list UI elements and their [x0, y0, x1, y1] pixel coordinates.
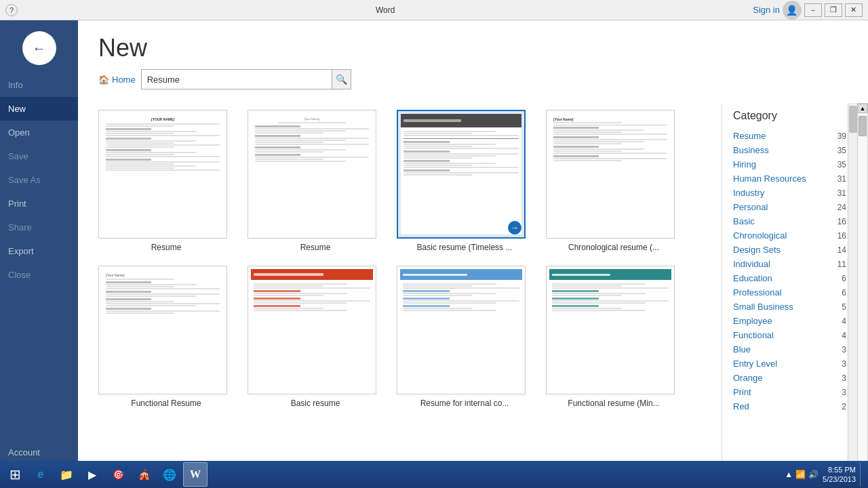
category-label: Small Business: [733, 302, 793, 312]
category-item[interactable]: Personal24: [733, 200, 846, 214]
taskbar-explorer[interactable]: 📁: [54, 462, 79, 487]
taskbar-clock[interactable]: 8:55 PM 5/23/2013: [823, 465, 856, 485]
template-item[interactable]: [YOUR NAME]: [98, 110, 234, 252]
minimize-button[interactable]: −: [804, 3, 822, 17]
category-item[interactable]: Orange3: [733, 371, 846, 385]
category-label: Employee: [733, 316, 772, 326]
category-item[interactable]: Hiring35: [733, 157, 846, 171]
template-thumbnail: [248, 266, 376, 394]
category-item[interactable]: Resume39: [733, 129, 846, 143]
template-thumbnail: [397, 266, 526, 394]
template-item[interactable]: Basic resume: [248, 266, 383, 408]
template-item[interactable]: [Your Name]: [98, 266, 234, 408]
start-button[interactable]: ⊞: [3, 462, 27, 487]
templates-area: [YOUR NAME]: [78, 103, 868, 488]
close-button[interactable]: ✕: [845, 3, 863, 17]
category-item[interactable]: Industry31: [733, 186, 846, 200]
sidebar-item-saveas[interactable]: Save As: [0, 168, 78, 192]
category-item[interactable]: Entry Level3: [733, 357, 846, 371]
system-tray-icons: ▲ 📶 🔊: [785, 470, 818, 479]
sidebar-item-close[interactable]: Close: [0, 263, 78, 287]
category-panel-title: Category: [733, 110, 846, 122]
template-name: Resume: [248, 243, 383, 252]
taskbar-app1[interactable]: 🎯: [106, 462, 130, 487]
taskbar-chrome[interactable]: 🌐: [157, 462, 182, 487]
date-display: 5/23/2013: [823, 474, 856, 484]
show-desktop-button[interactable]: [860, 462, 865, 487]
category-label: Personal: [733, 202, 768, 212]
category-count: 5: [842, 302, 846, 312]
template-name: Basic resume (Timeless ...: [397, 243, 532, 252]
restore-button[interactable]: ❐: [825, 3, 842, 17]
user-avatar[interactable]: 👤: [783, 1, 802, 20]
category-item[interactable]: Design Sets14: [733, 243, 846, 257]
category-label: Professional: [733, 287, 782, 298]
home-link[interactable]: 🏠 Home: [98, 75, 136, 85]
category-panel: Category Resume39Business35Hiring35Human…: [722, 103, 857, 488]
category-item[interactable]: Education6: [733, 271, 846, 285]
sidebar-item-share[interactable]: Share: [0, 216, 78, 239]
scrollbar-thumb[interactable]: [849, 106, 857, 133]
category-item[interactable]: Basic16: [733, 214, 846, 228]
sidebar-item-print[interactable]: Print: [0, 192, 78, 216]
scroll-up-arrow[interactable]: ▲: [858, 104, 867, 113]
category-count: 31: [837, 188, 846, 198]
scroll-thumb[interactable]: [859, 116, 867, 136]
help-button[interactable]: ?: [5, 4, 18, 16]
template-item[interactable]: Functional resume (Min...: [546, 266, 682, 408]
sidebar-item-new[interactable]: New: [0, 97, 78, 121]
category-scrollbar[interactable]: [848, 103, 857, 488]
search-button[interactable]: 🔍: [332, 70, 351, 89]
tray-expand[interactable]: ▲: [785, 470, 793, 479]
template-name: Resume for internal co...: [397, 399, 532, 408]
sidebar-item-save[interactable]: Save: [0, 144, 78, 168]
category-item[interactable]: Individual11: [733, 257, 846, 271]
home-icon: 🏠: [98, 75, 109, 85]
template-item[interactable]: [Your Name]: [248, 110, 383, 252]
sidebar-item-info[interactable]: Info: [0, 73, 78, 97]
category-item[interactable]: Professional6: [733, 285, 846, 300]
templates-scrollbar[interactable]: ▲ ▼: [857, 103, 868, 488]
category-label: Entry Level: [733, 359, 777, 369]
title-bar: ? Word Sign in 👤 − ❐ ✕: [0, 0, 868, 20]
category-label: Business: [733, 145, 769, 155]
category-item[interactable]: Red2: [733, 399, 846, 413]
sidebar-label-print: Print: [8, 199, 26, 209]
template-name: Chronological resume (...: [546, 243, 682, 252]
sidebar-label-saveas: Save As: [8, 175, 41, 185]
template-item[interactable]: [Your Name]: [546, 110, 682, 252]
category-label: Design Sets: [733, 245, 781, 255]
template-thumbnail: [Your Name]: [546, 110, 675, 239]
search-input[interactable]: [142, 70, 332, 89]
back-button[interactable]: ←: [22, 31, 56, 65]
category-item[interactable]: Employee4: [733, 314, 846, 328]
category-item[interactable]: Chronological16: [733, 228, 846, 243]
sidebar-label-share: Share: [8, 222, 32, 232]
category-label: Basic: [733, 216, 755, 226]
sidebar-item-export[interactable]: Export: [0, 239, 78, 263]
taskbar-word[interactable]: W: [183, 462, 208, 487]
category-count: 35: [837, 160, 846, 169]
time-display: 8:55 PM: [823, 465, 856, 474]
category-item[interactable]: Small Business5: [733, 300, 846, 314]
volume-icon[interactable]: 🔊: [808, 470, 818, 479]
template-item-selected[interactable]: → Basic resume (Timeless ...: [397, 110, 532, 252]
template-thumbnail: →: [397, 110, 526, 239]
category-item[interactable]: Blue3: [733, 342, 846, 357]
templates-grid: [YOUR NAME]: [78, 103, 722, 488]
taskbar-app2[interactable]: 🎪: [132, 462, 156, 487]
template-item[interactable]: Resume for internal co...: [397, 266, 532, 408]
selected-check-icon: →: [508, 221, 521, 235]
category-item[interactable]: Human Resources31: [733, 171, 846, 186]
category-item[interactable]: Functional4: [733, 328, 846, 342]
signin-label[interactable]: Sign in: [753, 5, 780, 15]
category-item[interactable]: Print3: [733, 385, 846, 399]
sidebar-item-open[interactable]: Open: [0, 121, 78, 144]
taskbar-ie[interactable]: e: [28, 462, 53, 487]
category-label: Human Resources: [733, 174, 806, 184]
category-item[interactable]: Business35: [733, 143, 846, 157]
taskbar-media[interactable]: ▶: [80, 462, 104, 487]
category-count: 2: [842, 402, 846, 411]
category-count: 4: [842, 331, 846, 340]
category-count: 6: [842, 274, 846, 283]
